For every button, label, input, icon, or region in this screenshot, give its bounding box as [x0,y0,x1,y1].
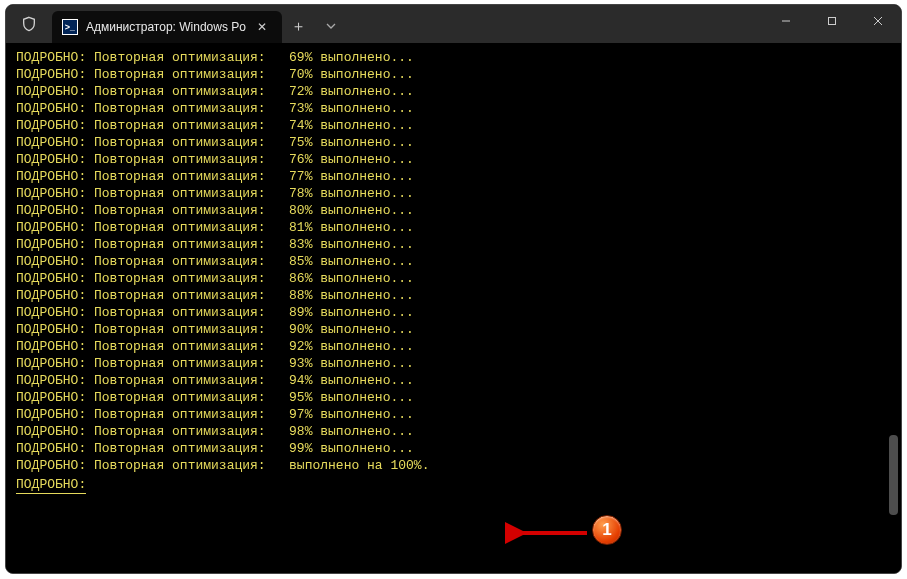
terminal-line-tail: ПОДРОБНО: [16,476,86,494]
terminal-line: ПОДРОБНО: Повторная оптимизация: 77% вып… [16,168,891,185]
window-controls [763,5,901,37]
app-window: >_ Администратор: Windows Po ✕ ＋ ПОДРОБН… [5,4,902,574]
close-window-button[interactable] [855,5,901,37]
terminal-line: ПОДРОБНО: Повторная оптимизация: 97% вып… [16,406,891,423]
terminal-line: ПОДРОБНО: Повторная оптимизация: 93% вып… [16,355,891,372]
terminal-line: ПОДРОБНО: Повторная оптимизация: 73% вып… [16,100,891,117]
new-tab-button[interactable]: ＋ [282,9,316,43]
terminal-line: ПОДРОБНО: Повторная оптимизация: 75% вып… [16,134,891,151]
svg-rect-1 [829,18,836,25]
tab-title: Администратор: Windows Po [86,20,246,34]
maximize-button[interactable] [809,5,855,37]
terminal-line: ПОДРОБНО: Повторная оптимизация: 76% вып… [16,151,891,168]
terminal-line-final: ПОДРОБНО: Повторная оптимизация: выполне… [16,457,891,474]
active-tab[interactable]: >_ Администратор: Windows Po ✕ [52,11,282,43]
terminal-line: ПОДРОБНО: Повторная оптимизация: 80% вып… [16,202,891,219]
terminal-line: ПОДРОБНО: Повторная оптимизация: 89% вып… [16,304,891,321]
scrollbar[interactable] [889,51,898,565]
terminal-line: ПОДРОБНО: Повторная оптимизация: 86% вып… [16,270,891,287]
terminal-line: ПОДРОБНО: Повторная оптимизация: 99% вып… [16,440,891,457]
terminal-line: ПОДРОБНО: Повторная оптимизация: 85% вып… [16,253,891,270]
terminal-output[interactable]: ПОДРОБНО: Повторная оптимизация: 69% вып… [6,43,901,573]
terminal-line: ПОДРОБНО: Повторная оптимизация: 88% вып… [16,287,891,304]
terminal-line: ПОДРОБНО: Повторная оптимизация: 92% вып… [16,338,891,355]
close-tab-button[interactable]: ✕ [254,19,270,35]
terminal-line: ПОДРОБНО: Повторная оптимизация: 81% вып… [16,219,891,236]
terminal-line: ПОДРОБНО: Повторная оптимизация: 83% вып… [16,236,891,253]
tab-dropdown-button[interactable] [316,9,346,43]
terminal-line: ПОДРОБНО: Повторная оптимизация: 78% вып… [16,185,891,202]
terminal-line: ПОДРОБНО: Повторная оптимизация: 72% вып… [16,83,891,100]
terminal-line: ПОДРОБНО: Повторная оптимизация: 94% вып… [16,372,891,389]
terminal-line: ПОДРОБНО: Повторная оптимизация: 90% вып… [16,321,891,338]
terminal-line: ПОДРОБНО: Повторная оптимизация: 69% вып… [16,49,891,66]
terminal-line: ПОДРОБНО: Повторная оптимизация: 70% вып… [16,66,891,83]
terminal-line: ПОДРОБНО: Повторная оптимизация: 74% вып… [16,117,891,134]
scroll-thumb[interactable] [889,435,898,515]
shield-icon [6,5,52,43]
powershell-icon: >_ [62,19,78,35]
terminal-line: ПОДРОБНО: Повторная оптимизация: 95% вып… [16,389,891,406]
titlebar: >_ Администратор: Windows Po ✕ ＋ [6,5,901,43]
terminal-line: ПОДРОБНО: Повторная оптимизация: 98% вып… [16,423,891,440]
minimize-button[interactable] [763,5,809,37]
